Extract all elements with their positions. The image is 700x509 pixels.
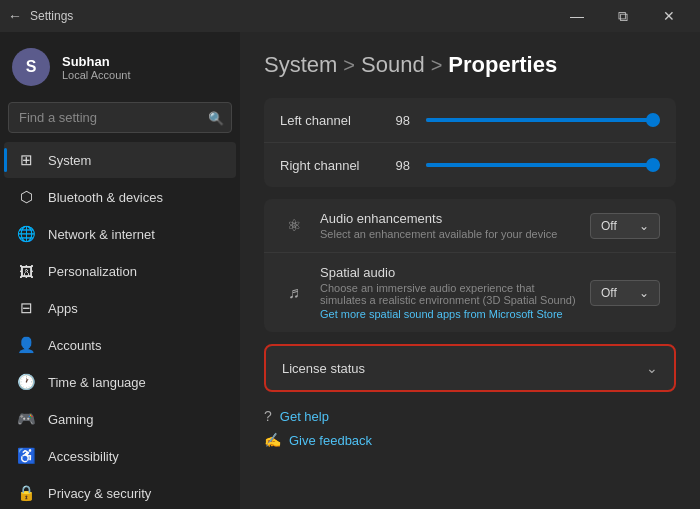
enhancement-section: ⚛ Audio enhancements Select an enhanceme… xyxy=(264,199,676,332)
right-channel-slider[interactable] xyxy=(426,155,660,175)
app-title: Settings xyxy=(30,9,73,23)
breadcrumb-current: Properties xyxy=(448,52,557,78)
sidebar-label-accessibility: Accessibility xyxy=(48,449,119,464)
title-bar-controls: — ⧉ ✕ xyxy=(554,0,692,32)
channel-section: Left channel 98 Right channel 98 xyxy=(264,98,676,187)
audio-enhancements-desc: Select an enhancement available for your… xyxy=(320,228,578,240)
give-feedback-label: Give feedback xyxy=(289,433,372,448)
left-channel-row: Left channel 98 xyxy=(264,98,676,143)
bluetooth-icon: ⬡ xyxy=(16,187,36,207)
user-type: Local Account xyxy=(62,69,131,81)
sidebar-item-system[interactable]: ⊞ System xyxy=(4,142,236,178)
network-icon: 🌐 xyxy=(16,224,36,244)
main-content: S Subhan Local Account 🔍 ⊞ System ⬡ Blue… xyxy=(0,32,700,509)
title-bar: ← Settings — ⧉ ✕ xyxy=(0,0,700,32)
sidebar-label-accounts: Accounts xyxy=(48,338,101,353)
breadcrumb: System > Sound > Properties xyxy=(264,52,676,78)
footer-section: ? Get help ✍ Give feedback xyxy=(264,408,676,448)
license-chevron-icon: ⌄ xyxy=(646,360,658,376)
sidebar-label-gaming: Gaming xyxy=(48,412,94,427)
audio-enhancements-text: Audio enhancements Select an enhancement… xyxy=(320,211,578,240)
search-input[interactable] xyxy=(8,102,232,133)
right-panel: System > Sound > Properties Left channel… xyxy=(240,32,700,509)
sidebar-item-gaming[interactable]: 🎮 Gaming xyxy=(4,401,236,437)
back-icon[interactable]: ← xyxy=(8,8,22,24)
sidebar-item-accessibility[interactable]: ♿ Accessibility xyxy=(4,438,236,474)
sidebar-item-personalization[interactable]: 🖼 Personalization xyxy=(4,253,236,289)
left-channel-value: 98 xyxy=(386,113,410,128)
sidebar-item-network[interactable]: 🌐 Network & internet xyxy=(4,216,236,252)
get-help-icon: ? xyxy=(264,408,272,424)
accounts-icon: 👤 xyxy=(16,335,36,355)
spatial-audio-row: ♬ Spatial audio Choose an immersive audi… xyxy=(264,253,676,332)
sidebar-label-system: System xyxy=(48,153,91,168)
maximize-button[interactable]: ⧉ xyxy=(600,0,646,32)
minimize-button[interactable]: — xyxy=(554,0,600,32)
sidebar-item-time[interactable]: 🕐 Time & language xyxy=(4,364,236,400)
user-section[interactable]: S Subhan Local Account xyxy=(0,32,240,102)
breadcrumb-system[interactable]: System xyxy=(264,52,337,78)
give-feedback-link[interactable]: ✍ Give feedback xyxy=(264,432,676,448)
sidebar-item-apps[interactable]: ⊟ Apps xyxy=(4,290,236,326)
sidebar-item-accounts[interactable]: 👤 Accounts xyxy=(4,327,236,363)
sidebar-label-apps: Apps xyxy=(48,301,78,316)
sidebar-label-bluetooth: Bluetooth & devices xyxy=(48,190,163,205)
nav-list: ⊞ System ⬡ Bluetooth & devices 🌐 Network… xyxy=(0,141,240,509)
breadcrumb-sep-1: > xyxy=(343,54,355,77)
sidebar-label-network: Network & internet xyxy=(48,227,155,242)
avatar: S xyxy=(12,48,50,86)
user-info: Subhan Local Account xyxy=(62,54,131,81)
search-box: 🔍 xyxy=(8,102,232,133)
spatial-audio-desc: Choose an immersive audio experience tha… xyxy=(320,282,578,306)
personalization-icon: 🖼 xyxy=(16,261,36,281)
audio-enhancements-dropdown[interactable]: Off ⌄ xyxy=(590,213,660,239)
spatial-audio-link[interactable]: Get more spatial sound apps from Microso… xyxy=(320,308,578,320)
user-name: Subhan xyxy=(62,54,131,69)
sidebar-label-personalization: Personalization xyxy=(48,264,137,279)
title-bar-left: ← Settings xyxy=(8,8,73,24)
accessibility-icon: ♿ xyxy=(16,446,36,466)
spatial-audio-icon: ♬ xyxy=(280,279,308,307)
gaming-icon: 🎮 xyxy=(16,409,36,429)
close-button[interactable]: ✕ xyxy=(646,0,692,32)
apps-icon: ⊟ xyxy=(16,298,36,318)
spatial-audio-text: Spatial audio Choose an immersive audio … xyxy=(320,265,578,320)
sidebar: S Subhan Local Account 🔍 ⊞ System ⬡ Blue… xyxy=(0,32,240,509)
sidebar-label-privacy: Privacy & security xyxy=(48,486,151,501)
audio-enhancements-title: Audio enhancements xyxy=(320,211,578,226)
license-status-label: License status xyxy=(282,361,646,376)
sidebar-label-time: Time & language xyxy=(48,375,146,390)
left-channel-label: Left channel xyxy=(280,113,370,128)
right-channel-row: Right channel 98 xyxy=(264,143,676,187)
audio-enhancements-row: ⚛ Audio enhancements Select an enhanceme… xyxy=(264,199,676,253)
give-feedback-icon: ✍ xyxy=(264,432,281,448)
system-icon: ⊞ xyxy=(16,150,36,170)
right-channel-label: Right channel xyxy=(280,158,370,173)
spatial-audio-title: Spatial audio xyxy=(320,265,578,280)
get-help-label: Get help xyxy=(280,409,329,424)
right-channel-value: 98 xyxy=(386,158,410,173)
get-help-link[interactable]: ? Get help xyxy=(264,408,676,424)
breadcrumb-sound[interactable]: Sound xyxy=(361,52,425,78)
left-channel-slider[interactable] xyxy=(426,110,660,130)
breadcrumb-sep-2: > xyxy=(431,54,443,77)
sidebar-item-bluetooth[interactable]: ⬡ Bluetooth & devices xyxy=(4,179,236,215)
privacy-icon: 🔒 xyxy=(16,483,36,503)
search-icon: 🔍 xyxy=(208,110,224,125)
audio-enhancements-icon: ⚛ xyxy=(280,212,308,240)
sidebar-item-privacy[interactable]: 🔒 Privacy & security xyxy=(4,475,236,509)
time-icon: 🕐 xyxy=(16,372,36,392)
spatial-audio-dropdown[interactable]: Off ⌄ xyxy=(590,280,660,306)
license-status-section[interactable]: License status ⌄ xyxy=(264,344,676,392)
